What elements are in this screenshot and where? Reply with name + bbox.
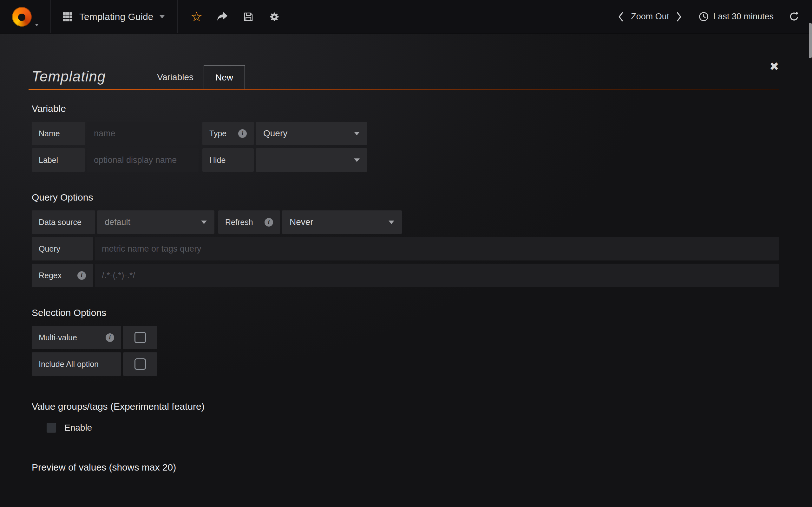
name-label: Name: [32, 122, 85, 145]
selection-options-heading: Selection Options: [32, 307, 779, 318]
query-options-heading: Query Options: [32, 192, 779, 203]
chevron-down-icon: [159, 15, 165, 18]
refresh-label-text: Refresh: [225, 218, 253, 227]
refresh-field: Refresh i Never: [218, 210, 402, 234]
query-options-row-1: Data source default Refresh i Never: [32, 210, 779, 234]
save-dashboard-button[interactable]: [235, 0, 261, 33]
clock-icon: [699, 11, 709, 22]
variable-row-2: Label Hide: [32, 148, 779, 172]
close-icon[interactable]: ✖: [769, 61, 779, 72]
info-icon[interactable]: i: [238, 129, 247, 138]
chevron-left-icon: [618, 12, 623, 22]
regex-field: Regex i: [32, 264, 779, 287]
regex-label: Regex i: [32, 264, 93, 287]
name-field: Name: [32, 122, 199, 145]
refresh-select[interactable]: Never: [282, 210, 402, 234]
navbar-spacer: [287, 0, 613, 33]
regex-label-text: Regex: [39, 271, 61, 280]
refresh-select-value: Never: [290, 217, 313, 227]
grafana-main-menu[interactable]: [0, 0, 51, 33]
info-icon[interactable]: i: [78, 271, 86, 280]
star-icon: ☆: [191, 10, 203, 23]
share-dashboard-button[interactable]: [209, 0, 235, 33]
include-all-field: Include All option: [32, 352, 157, 376]
variable-section-heading: Variable: [32, 103, 779, 114]
save-icon: [243, 11, 254, 22]
type-label: Type i: [202, 122, 254, 145]
datasource-select[interactable]: default: [97, 210, 214, 234]
chevron-down-icon: [35, 24, 39, 26]
checkbox-icon: [135, 332, 146, 343]
multi-value-checkbox[interactable]: [123, 326, 157, 349]
top-navbar: Templating Guide ☆: [0, 0, 812, 34]
grafana-app: Templating Guide ☆: [0, 0, 812, 507]
gear-icon: [269, 11, 280, 22]
type-field: Type i Query: [202, 122, 367, 145]
multi-value-field: Multi-value i: [32, 326, 157, 349]
enable-row: Enable: [47, 423, 779, 433]
datasource-field: Data source default: [32, 210, 214, 234]
variable-row-1: Name Type i Query: [32, 122, 779, 145]
refresh-label: Refresh i: [218, 210, 280, 234]
time-range-label: Last 30 minutes: [713, 12, 774, 21]
multi-value-label-text: Multi-value: [39, 333, 77, 342]
info-icon[interactable]: i: [264, 218, 273, 227]
info-icon[interactable]: i: [106, 333, 114, 342]
refresh-icon: [789, 11, 799, 22]
dashboard-settings-button[interactable]: [261, 0, 287, 33]
label-input[interactable]: [87, 148, 199, 172]
query-label: Query: [32, 237, 93, 261]
templating-editor: Templating Variables New ✖ Variable Name…: [0, 34, 812, 507]
type-label-text: Type: [209, 129, 226, 138]
query-input[interactable]: [95, 237, 779, 261]
tab-underline-accent: [29, 89, 779, 90]
query-field: Query: [32, 237, 779, 261]
label-field: Label: [32, 148, 199, 172]
zoom-out-button[interactable]: Zoom Out: [628, 12, 671, 21]
query-options-row-3: Regex i: [32, 264, 779, 287]
refresh-dashboard-button[interactable]: [787, 11, 801, 22]
preview-heading: Preview of values (shows max 20): [32, 462, 779, 473]
enable-label: Enable: [64, 423, 92, 433]
time-shift-back-button[interactable]: [613, 0, 628, 33]
datasource-label: Data source: [32, 210, 95, 234]
enable-checkbox[interactable]: [47, 423, 56, 433]
page-title: Templating: [32, 68, 106, 85]
time-controls: Zoom Out Last 30 minutes: [613, 0, 812, 33]
dashboard-grid-icon: [62, 11, 73, 22]
chevron-right-icon: [676, 12, 682, 22]
hide-label: Hide: [202, 148, 254, 172]
label-label: Label: [32, 148, 85, 172]
tab-variables[interactable]: Variables: [147, 65, 204, 89]
time-shift-forward-button[interactable]: [671, 0, 687, 33]
type-select-value: Query: [263, 128, 287, 138]
value-groups-heading: Value groups/tags (Experimental feature): [32, 401, 779, 412]
selection-row-2: Include All option: [32, 352, 779, 376]
tab-new[interactable]: New: [204, 65, 245, 89]
multi-value-label: Multi-value i: [32, 326, 121, 349]
star-dashboard-button[interactable]: ☆: [183, 0, 209, 33]
page-header: Templating Variables New ✖: [32, 51, 779, 89]
include-all-label: Include All option: [32, 352, 121, 376]
chevron-down-icon: [354, 158, 360, 162]
scrollbar-thumb[interactable]: [809, 23, 812, 58]
include-all-checkbox[interactable]: [123, 352, 157, 376]
checkbox-icon: [135, 358, 146, 370]
chevron-down-icon: [201, 221, 207, 224]
chevron-down-icon: [354, 132, 360, 135]
dashboard-title: Templating Guide: [79, 11, 153, 22]
chevron-down-icon: [389, 221, 394, 224]
name-input[interactable]: [87, 122, 199, 145]
hide-field: Hide: [202, 148, 367, 172]
hide-select[interactable]: [256, 148, 367, 172]
grafana-logo-icon: [12, 7, 32, 26]
regex-input[interactable]: [95, 264, 779, 287]
dashboard-title-menu[interactable]: Templating Guide: [51, 0, 177, 33]
type-select[interactable]: Query: [256, 122, 367, 145]
share-icon: [216, 11, 229, 22]
datasource-select-value: default: [105, 217, 131, 227]
selection-row-1: Multi-value i: [32, 326, 779, 349]
time-range-picker[interactable]: Last 30 minutes: [699, 11, 774, 22]
query-options-row-2: Query: [32, 237, 779, 261]
dashboard-actions: ☆: [177, 0, 287, 33]
